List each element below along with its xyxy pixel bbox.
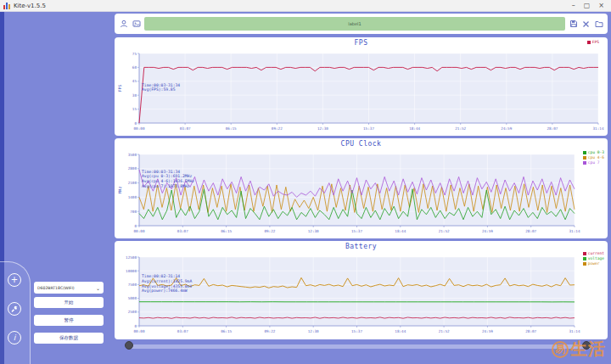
svg-text:00:00: 00:00 (134, 126, 145, 131)
svg-text:21:52: 21:52 (439, 229, 450, 233)
svg-text:24:59: 24:59 (482, 229, 493, 233)
svg-text:28:07: 28:07 (547, 126, 558, 131)
svg-text:12500: 12500 (126, 255, 137, 260)
legend-label: cpu 7 (588, 160, 600, 165)
svg-text:FPS: FPS (118, 85, 122, 92)
session-label: label1 (348, 21, 361, 26)
app-icon (3, 3, 10, 9)
save-data-button[interactable]: 保存数据 (34, 333, 104, 344)
svg-text:0: 0 (134, 121, 137, 126)
svg-text:15: 15 (132, 107, 137, 111)
svg-text:0: 0 (134, 324, 137, 328)
fps-legend: FPS (587, 40, 599, 44)
legend-swatch (583, 262, 586, 266)
svg-text:5000: 5000 (128, 296, 137, 300)
image-icon[interactable] (132, 20, 141, 29)
legend-item: FPS (587, 40, 599, 44)
plus-icon: + (11, 276, 18, 284)
fps-chart-plot: 0153045607500:0003:0706:1509:2212:3015:3… (117, 48, 605, 134)
minimize-button[interactable]: – (572, 2, 575, 10)
svg-text:31:14: 31:14 (569, 329, 580, 333)
battery-chart-title: Battery (117, 242, 605, 252)
svg-text:700: 700 (130, 210, 137, 214)
device-select-value: D602BRT18C(WIFI) (37, 286, 96, 290)
session-label-bar[interactable]: label1 (144, 17, 565, 31)
pause-button[interactable]: 暂停 (34, 315, 104, 326)
svg-text:1400: 1400 (128, 195, 137, 199)
svg-text:18:44: 18:44 (409, 126, 420, 131)
svg-text:06:15: 06:15 (221, 329, 232, 333)
svg-text:0: 0 (134, 224, 137, 228)
svg-text:21:52: 21:52 (439, 329, 450, 333)
svg-text:Avg(cpu 4-6):1436.5MHz: Avg(cpu 4-6):1436.5MHz (142, 179, 194, 183)
svg-text:Avg(FPS):59.85: Avg(FPS):59.85 (142, 87, 176, 92)
user-icon[interactable] (119, 20, 128, 29)
svg-text:12:30: 12:30 (308, 229, 319, 233)
svg-text:03:07: 03:07 (177, 329, 188, 333)
close-x-icon[interactable] (581, 20, 591, 29)
fps-chart-card: FPS FPS 0153045607500:0003:0706:1509:221… (115, 37, 608, 136)
svg-text:06:15: 06:15 (221, 229, 232, 233)
svg-text:Avg(current):1425.9mA: Avg(current):1425.9mA (142, 279, 192, 283)
add-button[interactable]: + (8, 273, 21, 287)
svg-text:31:14: 31:14 (569, 229, 580, 233)
cpu-chart-title: CPU Clock (117, 139, 605, 149)
legend-label: FPS (592, 40, 599, 44)
legend-swatch (583, 156, 586, 160)
cpu-legend: cpu 0-3cpu 4-6cpu 7 (583, 150, 604, 165)
svg-text:3500: 3500 (128, 153, 137, 157)
info-button[interactable]: i (8, 331, 21, 344)
top-toolbar: label1 (115, 14, 608, 34)
scrollbar-left-handle[interactable] (125, 341, 133, 350)
legend-swatch (583, 257, 586, 260)
scrollbar-right-handle[interactable] (582, 341, 591, 350)
device-select[interactable]: D602BRT18C(WIFI) ⌄ (34, 282, 104, 294)
legend-item: current (583, 251, 604, 255)
svg-text:2100: 2100 (128, 181, 137, 185)
svg-text:06:15: 06:15 (226, 126, 237, 131)
legend-item: cpu 0-3 (583, 150, 604, 154)
svg-text:30: 30 (132, 93, 137, 98)
svg-text:15:37: 15:37 (351, 229, 362, 233)
close-button[interactable]: × (598, 2, 604, 10)
svg-text:15:37: 15:37 (351, 329, 362, 333)
battery-legend: currentvoltagepower (583, 251, 604, 266)
cpu-chart-plot: 0700140021002800350000:0003:0706:1509:22… (117, 149, 605, 237)
legend-item: cpu 7 (583, 160, 604, 165)
watermark: 易 生活 (552, 338, 606, 361)
svg-text:28:07: 28:07 (525, 229, 536, 233)
window-titlebar: Kite-v1.5.5 – ▢ × (0, 0, 611, 12)
sidebar: + i D602BRT18C(WIFI) ⌄ 开始 暂停 保存数据 (0, 12, 113, 364)
svg-text:Avg(cpu 7):1873.8MHz: Avg(cpu 7):1873.8MHz (142, 184, 190, 188)
wrench-icon (11, 305, 18, 312)
legend-item: voltage (583, 256, 604, 260)
maximize-button[interactable]: ▢ (584, 2, 591, 10)
timeline-scrollbar-track[interactable] (127, 344, 591, 349)
svg-text:00:00: 00:00 (134, 329, 145, 333)
legend-item: cpu 4-6 (583, 155, 604, 160)
svg-text:Time:00:03-31:34: Time:00:03-31:34 (142, 170, 180, 174)
settings-button[interactable] (8, 302, 21, 316)
svg-text:Time:00:03-31:34: Time:00:03-31:34 (142, 83, 180, 87)
svg-text:28:07: 28:07 (525, 329, 536, 333)
svg-text:00:00: 00:00 (134, 229, 145, 233)
svg-text:09:22: 09:22 (264, 329, 275, 333)
svg-text:10000: 10000 (126, 269, 137, 273)
legend-label: power (588, 261, 600, 266)
folder-icon[interactable] (594, 20, 603, 29)
battery-chart-plot: 0250050007500100001250000:0003:0706:1509… (117, 252, 605, 337)
svg-text:03:07: 03:07 (180, 126, 191, 131)
save-icon[interactable] (569, 20, 578, 29)
cpu-chart-card: CPU Clock cpu 0-3cpu 4-6cpu 7 0700140021… (115, 138, 608, 238)
svg-text:Avg(voltage):4355.0mV: Avg(voltage):4355.0mV (142, 284, 192, 288)
svg-text:18:44: 18:44 (395, 229, 406, 233)
legend-item: power (583, 261, 604, 266)
svg-text:31:14: 31:14 (593, 126, 604, 131)
svg-text:MHz: MHz (118, 187, 122, 194)
svg-text:03:07: 03:07 (177, 229, 188, 233)
svg-text:15:37: 15:37 (363, 126, 374, 131)
info-icon: i (14, 334, 16, 342)
svg-text:12:30: 12:30 (317, 126, 328, 131)
legend-label: cpu 4-6 (588, 155, 604, 160)
start-button[interactable]: 开始 (34, 297, 104, 308)
